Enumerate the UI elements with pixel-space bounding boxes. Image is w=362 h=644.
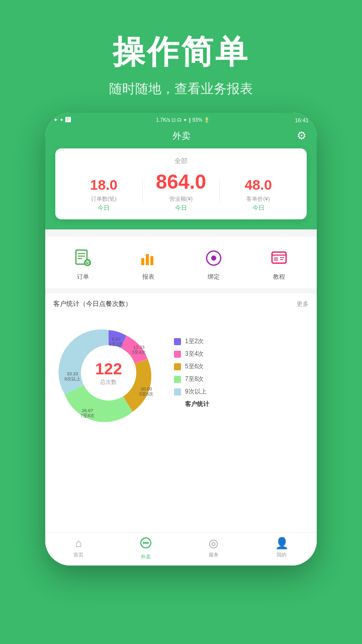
legend-color-title: [174, 401, 181, 408]
customer-stats: 客户统计（今日点餐次数） 更多: [45, 293, 317, 532]
action-orders[interactable]: ⏱ 订单: [71, 247, 95, 281]
tutorial-label: 教程: [273, 273, 285, 281]
svg-text:5至6次: 5至6次: [139, 391, 153, 396]
nav-profile[interactable]: 👤 我的: [275, 537, 289, 560]
nav-title: 外卖: [172, 130, 191, 142]
svg-text:20.00: 20.00: [141, 386, 152, 391]
home-label: 首页: [73, 551, 83, 558]
donut-chart: 6.67 1至2次 13.33 3至4次 20.00 5至6次 26.67 7至…: [53, 317, 164, 428]
svg-text:⏱: ⏱: [85, 260, 90, 266]
reports-icon: [137, 247, 160, 270]
section-title: 客户统计（今日点餐次数）: [53, 299, 132, 308]
orders-label: 订单: [77, 273, 89, 281]
bottom-nav: ⌂ 首页 外卖 ◎ 服务 👤 我的: [45, 532, 317, 566]
svg-text:9次以上: 9次以上: [64, 376, 80, 381]
svg-text:33.33: 33.33: [67, 371, 78, 376]
legend-label-1: 1至2次: [185, 337, 204, 346]
svg-rect-8: [150, 256, 153, 265]
svg-rect-6: [141, 258, 144, 265]
binding-icon: [202, 247, 225, 270]
legend-item-1: 1至2次: [174, 337, 309, 346]
svg-point-28: [143, 542, 145, 544]
legend-item-title: 客户统计: [174, 400, 309, 409]
donut-total-label: 总次数: [95, 378, 122, 386]
svg-point-30: [147, 542, 149, 544]
orders-icon: ⏱: [71, 247, 95, 270]
legend-color-3: [174, 363, 181, 370]
stat-orders-value: 18.0: [65, 177, 142, 193]
legend-item-2: 3至4次: [174, 350, 309, 358]
status-left: ✦ ✦ 🅿: [53, 117, 71, 123]
legend-color-2: [174, 351, 181, 358]
stat-revenue-period: 今日: [143, 204, 220, 212]
reports-label: 报表: [142, 273, 154, 281]
tutorial-icon: [267, 247, 291, 270]
status-icons: ✦ ✦ 🅿: [53, 117, 71, 123]
donut-total-value: 122: [95, 360, 122, 378]
status-time: 16:41: [295, 117, 309, 123]
stat-avg: 48.0 客单价(¥) 今日: [220, 177, 297, 212]
section-header: 客户统计（今日点餐次数） 更多: [45, 293, 317, 312]
home-icon: ⌂: [75, 537, 81, 550]
waimai-icon: [140, 537, 152, 552]
quick-actions: ⏱ 订单 报表: [45, 236, 317, 288]
profile-icon: 👤: [275, 537, 289, 550]
svg-text:1至2次: 1至2次: [109, 342, 123, 347]
stat-avg-value: 48.0: [220, 177, 297, 193]
action-binding[interactable]: 绑定: [202, 247, 225, 281]
legend-label-3: 5至6次: [185, 362, 204, 371]
nav-home[interactable]: ⌂ 首页: [73, 537, 83, 560]
profile-label: 我的: [277, 551, 287, 558]
legend-title-label: 客户统计: [185, 400, 209, 409]
svg-rect-7: [146, 254, 149, 265]
phone-body: ⏱ 订单 报表: [45, 229, 317, 566]
svg-rect-13: [274, 257, 278, 261]
stat-revenue: 864.0 营业额(¥) 今日: [143, 171, 220, 212]
settings-icon[interactable]: ⚙: [297, 129, 307, 142]
header-title: 操作简单: [0, 30, 362, 74]
header-subtitle: 随时随地，查看业务报表: [0, 80, 362, 98]
status-bar: ✦ ✦ 🅿 1.7K/s ⊡ ☊ ✦ ∥ 93% 🔋 16:41: [45, 113, 317, 125]
section-more[interactable]: 更多: [297, 300, 309, 308]
waimai-label: 外卖: [141, 553, 151, 560]
donut-center: 122 总次数: [95, 360, 122, 386]
svg-text:6.67: 6.67: [112, 337, 121, 342]
svg-text:26.67: 26.67: [82, 408, 94, 413]
action-tutorial[interactable]: 教程: [267, 247, 291, 281]
legend-label-5: 9次以上: [185, 387, 207, 396]
stat-orders-label: 订单数(笔): [65, 195, 142, 203]
stats-card: 全部 18.0 订单数(笔) 今日 864.0 营业额(¥) 今日 48.0 客…: [55, 148, 307, 219]
chart-legend: 1至2次 3至4次 5至6次 7至8次: [174, 337, 309, 409]
legend-color-1: [174, 338, 181, 345]
phone-green-top: ✦ ✦ 🅿 1.7K/s ⊡ ☊ ✦ ∥ 93% 🔋 16:41 外卖 ⚙ 全部…: [45, 113, 317, 229]
svg-text:7至8次: 7至8次: [80, 413, 95, 418]
stat-orders: 18.0 订单数(笔) 今日: [65, 177, 142, 212]
legend-item-4: 7至8次: [174, 375, 309, 383]
service-label: 服务: [209, 551, 219, 558]
nav-waimai[interactable]: 外卖: [140, 537, 152, 560]
legend-color-5: [174, 388, 181, 395]
stat-orders-period: 今日: [65, 204, 142, 212]
header-area: 操作简单 随时随地，查看业务报表: [0, 0, 362, 113]
stat-revenue-value: 864.0: [143, 171, 220, 193]
chart-area: 6.67 1至2次 13.33 3至4次 20.00 5至6次 26.67 7至…: [45, 312, 317, 436]
stat-avg-period: 今日: [220, 204, 297, 212]
legend-item-3: 5至6次: [174, 362, 309, 371]
service-icon: ◎: [209, 537, 218, 550]
stat-avg-label: 客单价(¥): [220, 195, 297, 203]
legend-label-2: 3至4次: [185, 350, 204, 358]
status-center: 1.7K/s ⊡ ☊ ✦ ∥ 93% 🔋: [156, 117, 210, 123]
nav-service[interactable]: ◎ 服务: [209, 537, 219, 560]
svg-point-29: [145, 542, 147, 544]
legend-item-5: 9次以上: [174, 387, 309, 396]
svg-point-10: [211, 256, 216, 261]
binding-label: 绑定: [208, 273, 220, 281]
action-reports[interactable]: 报表: [137, 247, 160, 281]
phone-mockup: ✦ ✦ 🅿 1.7K/s ⊡ ☊ ✦ ∥ 93% 🔋 16:41 外卖 ⚙ 全部…: [45, 113, 317, 566]
nav-bar: 外卖 ⚙: [45, 125, 317, 149]
legend-color-4: [174, 376, 181, 383]
svg-text:13.33: 13.33: [133, 345, 145, 350]
stats-row: 18.0 订单数(笔) 今日 864.0 营业额(¥) 今日 48.0 客单价(…: [65, 171, 297, 212]
legend-label-4: 7至8次: [185, 375, 204, 383]
svg-text:3至4次: 3至4次: [132, 350, 146, 355]
